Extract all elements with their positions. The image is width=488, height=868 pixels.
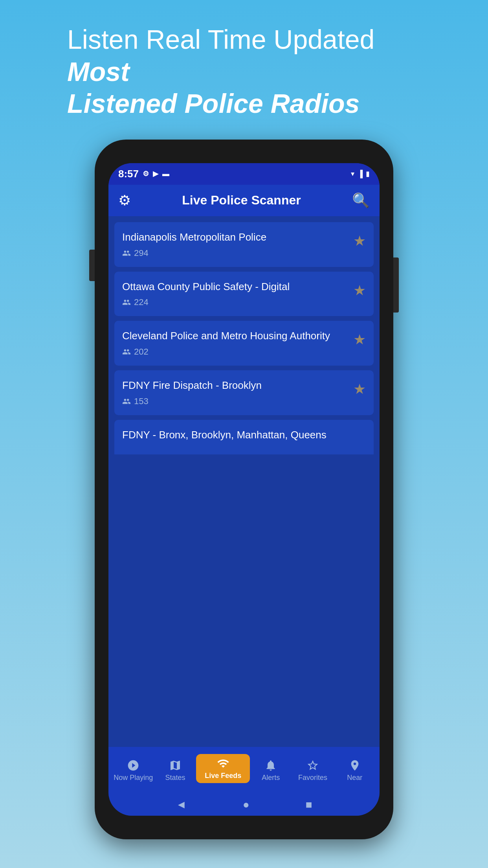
nav-states-label: States [165,774,185,782]
phone-screen: 8:57 ⚙ ▶ ▬ ▾ ▐ ▮ ⚙ Live Police Scanner 🔍… [108,163,380,816]
nav-live-feeds-label: Live Feeds [205,772,241,780]
feed-item-3-content: Cleveland Police and Metro Housing Autho… [122,329,347,357]
signal-icon: ▐ [358,170,363,178]
feed-item-2-listeners: 224 [122,297,347,307]
nav-live-feeds[interactable]: Live Feeds [196,754,250,783]
battery-icon: ▮ [366,169,370,178]
status-time: 8:57 [118,168,139,180]
nav-now-playing-label: Now Playing [114,774,153,782]
status-right-icons: ▾ ▐ ▮ [351,169,370,178]
feed-item-2-count: 224 [134,297,149,307]
header-line2: Listened Police Radios [67,88,421,120]
people-icon-2 [122,298,131,307]
feed-item-4-content: FDNY Fire Dispatch - Brooklyn 153 [122,379,347,406]
feed-item-4-star[interactable]: ★ [353,381,366,397]
nav-near-label: Near [347,774,362,782]
feed-item-1-listeners: 294 [122,248,347,258]
wifi-icon: ▾ [351,169,354,178]
play-circle-icon [127,759,139,772]
header-line1-text: Listen Real Time Updated [67,24,374,54]
system-bar: ◄ ● ■ [108,794,380,816]
feed-item-5-partial[interactable]: FDNY - Bronx, Brooklyn, Manhattan, Queen… [114,420,374,454]
nav-alerts-label: Alerts [262,774,280,782]
status-play-icon: ▶ [153,169,158,178]
back-button[interactable]: ◄ [176,798,187,811]
feed-item-1-content: Indianapolis Metropolitan Police 294 [122,231,347,258]
feed-item-5-content: FDNY - Bronx, Brooklyn, Manhattan, Queen… [122,428,366,446]
feed-item-4-listeners: 153 [122,396,347,406]
feed-item-4[interactable]: FDNY Fire Dispatch - Brooklyn 153 ★ [114,370,374,415]
feed-item-3[interactable]: Cleveland Police and Metro Housing Autho… [114,321,374,366]
status-bar: 8:57 ⚙ ▶ ▬ ▾ ▐ ▮ [108,163,380,185]
people-icon-1 [122,249,131,257]
app-title: Live Police Scanner [182,193,301,208]
feed-item-3-star[interactable]: ★ [353,331,366,348]
feed-item-2-content: Ottawa County Public Safety - Digital 22… [122,280,347,308]
header-line1: Listen Real Time Updated Most [67,24,421,88]
status-settings-icon: ⚙ [143,169,149,178]
nav-favorites[interactable]: Favorites [292,759,334,782]
nav-states[interactable]: States [154,759,196,782]
status-lock-icon: ▬ [162,170,169,178]
feed-item-3-listeners: 202 [122,347,347,357]
home-button[interactable]: ● [243,798,250,811]
near-icon [349,759,361,772]
content-area: Indianapolis Metropolitan Police 294 ★ O… [108,216,380,747]
recent-button[interactable]: ■ [306,798,312,811]
app-bar: ⚙ Live Police Scanner 🔍 [108,185,380,216]
alerts-icon [264,759,277,772]
nav-alerts[interactable]: Alerts [250,759,292,782]
feed-item-1-star[interactable]: ★ [353,233,366,249]
feed-item-1-title: Indianapolis Metropolitan Police [122,231,347,244]
nav-favorites-label: Favorites [298,774,327,782]
phone-wrapper: 8:57 ⚙ ▶ ▬ ▾ ▐ ▮ ⚙ Live Police Scanner 🔍… [95,140,393,839]
feed-item-3-count: 202 [134,347,149,357]
app-search-icon[interactable]: 🔍 [352,192,370,209]
app-settings-icon[interactable]: ⚙ [118,192,131,209]
feed-item-3-title: Cleveland Police and Metro Housing Autho… [122,329,347,343]
states-icon [169,759,182,772]
favorites-icon [306,759,319,772]
feed-item-1-count: 294 [134,248,149,258]
people-icon-3 [122,348,131,356]
status-time-section: 8:57 ⚙ ▶ ▬ [118,168,169,180]
feed-item-4-count: 153 [134,396,149,406]
nav-now-playing[interactable]: Now Playing [112,759,154,782]
feed-item-2-star[interactable]: ★ [353,282,366,299]
feed-item-1[interactable]: Indianapolis Metropolitan Police 294 ★ [114,222,374,267]
people-icon-4 [122,397,131,406]
nav-near[interactable]: Near [334,759,376,782]
feed-item-2[interactable]: Ottawa County Public Safety - Digital 22… [114,272,374,316]
header-line1-bold: Most [67,57,130,86]
live-feeds-icon [217,757,229,770]
feed-item-5-title: FDNY - Bronx, Brooklyn, Manhattan, Queen… [122,428,366,442]
bottom-nav: Now Playing States Live Feeds Alerts [108,747,380,794]
feed-item-4-title: FDNY Fire Dispatch - Brooklyn [122,379,347,392]
feed-item-2-title: Ottawa County Public Safety - Digital [122,280,347,294]
header-section: Listen Real Time Updated Most Listened P… [67,0,421,140]
